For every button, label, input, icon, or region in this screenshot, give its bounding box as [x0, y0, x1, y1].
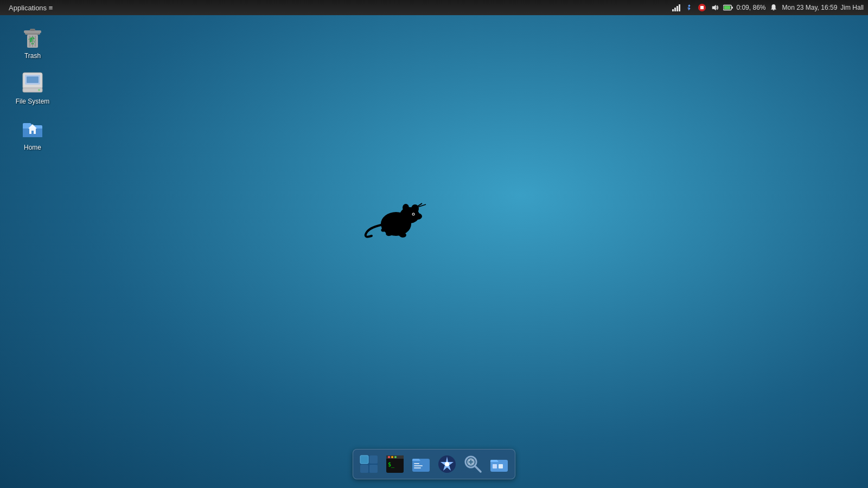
svg-rect-36 [360, 465, 368, 473]
trash-label: Trash [24, 52, 41, 60]
svg-point-24 [403, 204, 409, 211]
home-label: Home [24, 144, 41, 151]
svg-rect-37 [369, 465, 378, 473]
battery-icon [723, 3, 733, 12]
panel-right: 0:09, 86% Mon 23 May, 16:59 Jim Hall [671, 3, 864, 12]
mouse-mascot [358, 192, 434, 247]
battery-text: 0:09, 86% [736, 4, 765, 11]
notification-icon [769, 3, 778, 12]
trash-icon[interactable]: Trash [11, 22, 54, 62]
svg-line-54 [475, 466, 481, 472]
taskbar-file-manager[interactable] [409, 452, 433, 477]
volume-icon [710, 3, 720, 12]
svg-text:$_: $_ [388, 461, 395, 468]
svg-rect-9 [30, 29, 35, 31]
svg-marker-2 [712, 5, 716, 11]
panel-left: Applications ≡ [4, 3, 57, 13]
signal-icon [671, 3, 681, 12]
filesystem-icon[interactable]: File System [11, 67, 54, 107]
taskbar-compositor[interactable] [435, 452, 459, 477]
svg-rect-59 [499, 464, 503, 468]
taskbar-terminal[interactable]: $_ [382, 452, 407, 477]
svg-rect-48 [414, 467, 421, 468]
svg-rect-47 [414, 465, 423, 466]
svg-point-41 [388, 456, 390, 458]
desktop-icons: Trash File System [11, 22, 54, 153]
svg-rect-46 [414, 463, 419, 464]
home-icon[interactable]: Home [11, 113, 54, 153]
svg-rect-35 [369, 455, 378, 464]
filesystem-label: File System [16, 98, 50, 105]
svg-rect-1 [700, 6, 704, 9]
username-display: Jim Hall [840, 4, 864, 11]
taskbar-files[interactable] [487, 452, 512, 477]
stop-icon [697, 3, 707, 12]
svg-point-51 [445, 462, 449, 466]
datetime-display: Mon 23 May, 16:59 [782, 4, 837, 11]
svg-point-32 [413, 214, 414, 215]
home-icon-image [20, 115, 46, 142]
svg-rect-20 [31, 131, 34, 134]
svg-point-42 [391, 456, 393, 458]
taskbar-magnifier[interactable] [461, 452, 486, 477]
svg-rect-17 [27, 76, 39, 83]
svg-rect-4 [732, 7, 733, 9]
svg-point-43 [394, 456, 397, 458]
trash-icon-image [20, 24, 46, 50]
svg-rect-5 [724, 6, 731, 9]
svg-rect-60 [493, 464, 497, 468]
svg-rect-34 [360, 455, 368, 464]
taskbar-desktop-switcher[interactable] [356, 452, 381, 477]
bluetooth-icon [684, 3, 694, 12]
top-panel: Applications ≡ [0, 0, 868, 15]
taskbar: $_ [353, 449, 515, 479]
desktop: Applications ≡ [0, 0, 868, 488]
svg-point-16 [38, 89, 40, 91]
filesystem-icon-image [20, 69, 46, 95]
applications-menu[interactable]: Applications ≡ [4, 3, 57, 13]
